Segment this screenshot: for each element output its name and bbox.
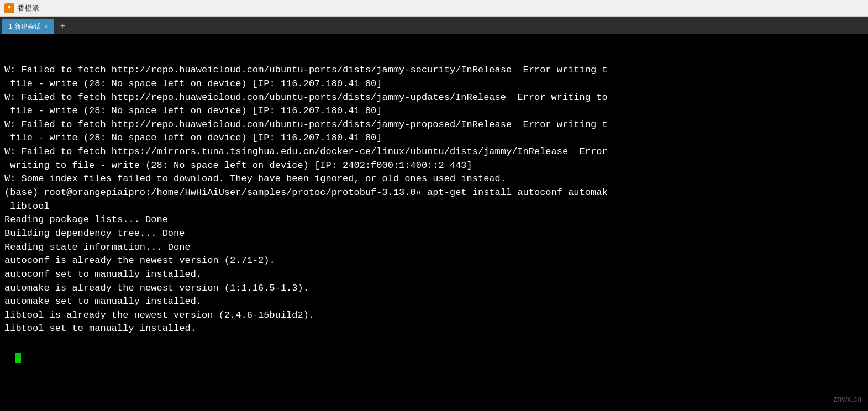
terminal-line: writing to file - write (28: No space le… — [4, 159, 864, 173]
app-title: 香橙派 — [18, 3, 39, 13]
terminal-line: file - write (28: No space left on devic… — [4, 104, 864, 118]
terminal-content: W: Failed to fetch http://repo.huaweiclo… — [4, 64, 864, 336]
watermark: znwx.cn — [833, 393, 861, 404]
terminal-line: Reading state information... Done — [4, 241, 864, 255]
terminal-output[interactable]: W: Failed to fetch http://repo.huaweiclo… — [0, 34, 868, 411]
terminal-line: Reading package lists... Done — [4, 213, 864, 227]
terminal-line: W: Failed to fetch http://repo.huaweiclo… — [4, 64, 864, 77]
terminal-line: file - write (28: No space left on devic… — [4, 131, 864, 145]
terminal-line: libtool — [4, 200, 864, 214]
app-icon — [4, 3, 14, 13]
terminal-line: Building dependency tree... Done — [4, 227, 864, 241]
terminal-line: W: Failed to fetch https://mirrors.tuna.… — [4, 145, 864, 159]
title-bar: 香橙派 — [0, 0, 868, 17]
terminal-line: W: Failed to fetch http://repo.huaweiclo… — [4, 118, 864, 132]
terminal-line: W: Failed to fetch http://repo.huaweiclo… — [4, 91, 864, 105]
tab-session-1[interactable]: 1 新建会话 × — [2, 19, 54, 34]
terminal-line: (base) root@orangepiaipro:/home/HwHiAiUs… — [4, 186, 864, 200]
terminal-line: libtool set to manually installed. — [4, 322, 864, 336]
terminal-line: autoconf is already the newest version (… — [4, 254, 864, 268]
terminal-line: automake set to manually installed. — [4, 295, 864, 309]
new-tab-button[interactable]: + — [54, 19, 71, 34]
svg-point-1 — [8, 6, 11, 8]
terminal-cursor — [15, 353, 21, 363]
tab-label: 1 新建会话 — [9, 22, 41, 31]
terminal-line: automake is already the newest version (… — [4, 282, 864, 296]
terminal-line: W: Some index files failed to download. … — [4, 172, 864, 186]
terminal-line: libtool is already the newest version (2… — [4, 309, 864, 323]
tab-close-button[interactable]: × — [44, 23, 48, 30]
terminal-line: file - write (28: No space left on devic… — [4, 77, 864, 91]
tab-bar: 1 新建会话 × + — [0, 17, 868, 34]
terminal-line: autoconf set to manually installed. — [4, 268, 864, 282]
